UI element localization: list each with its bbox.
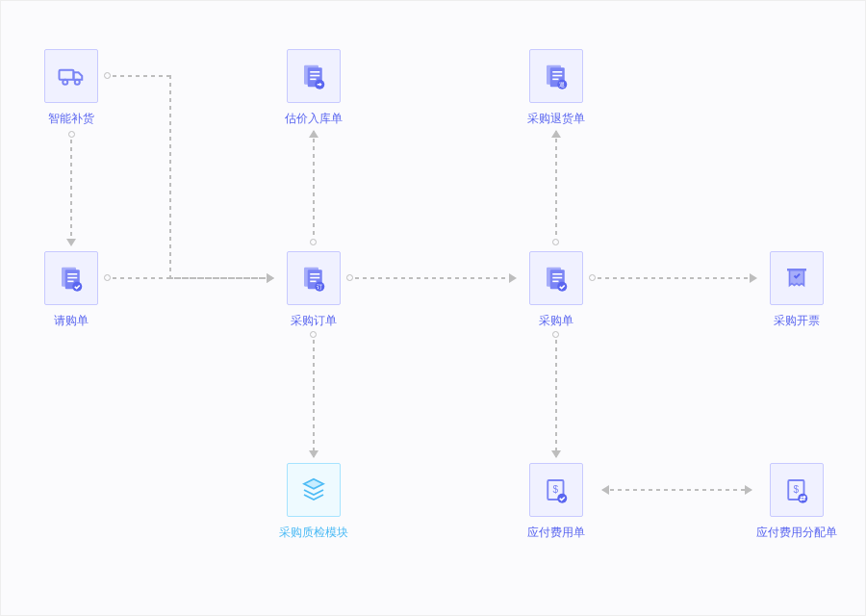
doc-check-icon — [44, 251, 98, 305]
node-purchase-note[interactable]: 采购单 — [522, 251, 591, 329]
connector-dot — [552, 331, 559, 338]
svg-text:退: 退 — [559, 82, 565, 88]
connector-dot — [346, 274, 353, 281]
node-label: 采购单 — [539, 313, 573, 329]
svg-text:$: $ — [553, 484, 559, 495]
connector — [113, 277, 273, 279]
svg-rect-24 — [310, 273, 319, 275]
doc-dollar-check-icon: $ — [529, 463, 583, 517]
doc-arrow-icon — [287, 49, 341, 103]
receipt-icon — [770, 251, 824, 305]
node-valuation-inbound[interactable]: 估价入库单 — [279, 49, 348, 127]
svg-rect-31 — [552, 273, 562, 275]
svg-rect-5 — [310, 71, 319, 73]
svg-rect-25 — [310, 277, 319, 279]
svg-rect-6 — [310, 75, 319, 77]
svg-rect-26 — [310, 281, 316, 283]
connector — [313, 131, 315, 239]
node-qc-module[interactable]: 采购质检模块 — [279, 463, 348, 541]
node-label: 采购质检模块 — [279, 525, 348, 541]
node-purchase-order[interactable]: 订 采购订单 — [279, 251, 348, 329]
svg-text:订: 订 — [317, 284, 322, 290]
node-label: 智能补货 — [48, 111, 94, 127]
node-label: 采购退货单 — [527, 111, 585, 127]
node-label: 应付费用分配单 — [756, 525, 837, 541]
svg-rect-12 — [552, 75, 562, 77]
node-invoice[interactable]: 采购开票 — [762, 251, 831, 329]
node-smart-replenish[interactable]: 智能补货 — [37, 49, 106, 127]
connector — [70, 140, 72, 245]
connector — [555, 131, 557, 239]
doc-dollar-swap-icon: $ — [770, 463, 824, 517]
connector — [598, 277, 756, 279]
svg-rect-0 — [60, 70, 74, 80]
truck-icon — [44, 49, 98, 103]
connector — [555, 340, 557, 457]
svg-point-34 — [557, 282, 567, 292]
svg-rect-32 — [552, 277, 562, 279]
connector — [169, 277, 273, 279]
node-purchase-request[interactable]: 请购单 — [37, 251, 106, 329]
connector-dot — [310, 331, 317, 338]
svg-rect-33 — [552, 281, 558, 283]
svg-rect-19 — [67, 277, 77, 279]
node-label: 采购开票 — [774, 313, 820, 329]
svg-point-2 — [75, 80, 80, 85]
svg-text:$: $ — [794, 484, 800, 495]
node-label: 估价入库单 — [285, 111, 343, 127]
svg-point-21 — [72, 282, 82, 292]
node-label: 采购订单 — [291, 313, 337, 329]
doc-order-icon: 订 — [287, 251, 341, 305]
connector-dot — [589, 274, 596, 281]
node-purchase-return[interactable]: 退 采购退货单 — [522, 49, 591, 127]
svg-rect-7 — [310, 79, 316, 81]
connector — [169, 75, 171, 279]
svg-point-40 — [798, 494, 807, 503]
svg-rect-18 — [67, 273, 77, 275]
node-label: 请购单 — [54, 313, 89, 329]
connector-dot — [104, 72, 111, 79]
node-label: 应付费用单 — [527, 525, 585, 541]
svg-rect-20 — [67, 281, 73, 283]
connector — [602, 489, 751, 491]
connector — [355, 277, 516, 279]
connector-dot — [68, 131, 75, 138]
svg-rect-13 — [552, 79, 558, 81]
node-payable-expense[interactable]: $ 应付费用单 — [522, 463, 591, 541]
connector — [113, 75, 170, 77]
doc-return-icon: 退 — [529, 49, 583, 103]
svg-point-1 — [63, 80, 67, 85]
svg-rect-11 — [552, 71, 562, 73]
connector-dot — [310, 239, 317, 245]
layers-icon — [287, 463, 341, 517]
connector-dot — [552, 239, 559, 245]
node-expense-alloc[interactable]: $ 应付费用分配单 — [762, 463, 831, 541]
connector-dot — [104, 274, 111, 281]
connector — [313, 340, 315, 457]
doc-check-icon — [529, 251, 583, 305]
svg-point-37 — [557, 494, 567, 503]
